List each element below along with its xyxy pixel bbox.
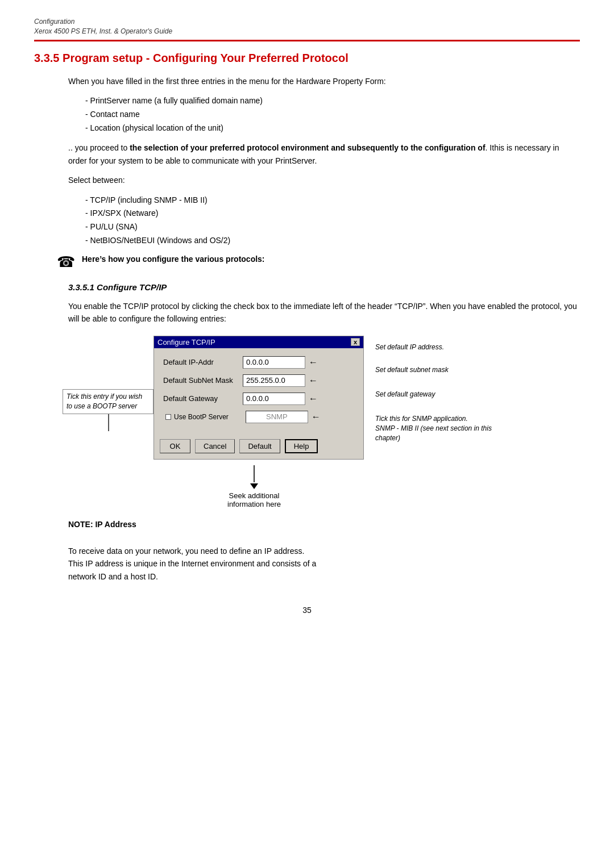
intro-para3-text: Select between: [68, 176, 125, 185]
annot-snmp: Tick this for SNMP application. SNMP - M… [375, 414, 500, 443]
annot-subnet: Set default subnet mask [375, 365, 500, 375]
right-annotations: Set default IP address. Set default subn… [375, 336, 500, 443]
arrow-down-icon [250, 483, 258, 489]
snmp-input[interactable] [246, 411, 308, 423]
intro-para1: When you have filled in the first three … [68, 75, 580, 87]
tcpip-intro: You enable the TCP/IP protocol by clicki… [68, 300, 580, 326]
section-number: 3.3.5 [34, 52, 59, 64]
note-text: Here’s how you configure the various pro… [82, 254, 265, 264]
annot-gateway: Set default gateway [375, 390, 500, 399]
dialog-row-gateway: Default Gateway ← [163, 393, 354, 405]
left-annotation-container: Tick this entry if you wish to use a BOO… [63, 389, 154, 431]
seek-annotation: Seek additional information here [227, 491, 281, 508]
note-icon: ☎ [57, 253, 75, 271]
seek-arrow-container: Seek additional information here [227, 465, 281, 508]
dialog-buttons: OK Cancel Default Help [154, 435, 363, 459]
label-subnet: Default SubNet Mask [163, 376, 243, 385]
bootp-checkbox[interactable] [165, 414, 171, 420]
label-gateway: Default Gateway [163, 394, 243, 403]
bullet-item: - IPX/SPX (Netware) [85, 207, 580, 220]
bootp-label: Use BootP Server [174, 413, 229, 421]
input-subnet[interactable] [243, 374, 305, 387]
header-meta: Configuration Xerox 4500 PS ETH, Inst. &… [34, 17, 580, 36]
diagram-area: Tick this entry if you wish to use a BOO… [68, 336, 580, 460]
page-number: 35 [34, 606, 580, 615]
bullet-item: - PrintServer name (a fully qualified do… [85, 94, 580, 108]
dialog-title: Configure TCP/IP [157, 338, 215, 347]
left-annotation: Tick this entry if you wish to use a BOO… [63, 389, 154, 414]
bullet-list-2: - TCP/IP (including SNMP - MIB II) - IPX… [85, 194, 580, 248]
bullet-item: - NetBIOS/NetBEUI (Windows and OS/2) [85, 234, 580, 248]
tcpip-intro-text: You enable the TCP/IP protocol by clicki… [68, 302, 577, 323]
bullet-item: - PU/LU (SNA) [85, 220, 580, 234]
intro-para3: Select between: [68, 174, 580, 186]
dialog-row-ip: Default IP-Addr ← [163, 356, 354, 369]
arrow-snmp: ← [312, 412, 321, 422]
intro-para2-bold: the selection of your preferred protocol… [130, 143, 485, 152]
bullet-item: - Location (physical location of the uni… [85, 122, 580, 135]
subsection-title: 3.3.5.1 Configure TCP/IP [68, 282, 580, 292]
input-ip-addr[interactable] [243, 356, 305, 369]
section-title: 3.3.5 Program setup - Configuring Your P… [34, 52, 580, 65]
arrow-line-down [254, 465, 255, 482]
arrow-ip: ← [309, 357, 318, 368]
section-title-text: Program setup - Configuring Your Preferr… [63, 52, 349, 64]
cancel-button[interactable]: Cancel [195, 439, 235, 453]
header-line1: Configuration [34, 17, 580, 27]
label-ip-addr: Default IP-Addr [163, 358, 243, 366]
annot-ip: Set default IP address. [375, 343, 500, 352]
bullet-item: - TCP/IP (including SNMP - MIB II) [85, 194, 580, 207]
bootp-snmp-row: Use BootP Server ← [163, 411, 354, 423]
dialog-close-button[interactable]: x [351, 338, 360, 346]
help-button[interactable]: Help [285, 439, 318, 453]
intro-para1-text: When you have filled in the first three … [68, 77, 386, 86]
subsection-title-text: Configure TCP/IP [97, 282, 167, 292]
intro-para2: .. you proceed to the selection of your … [68, 141, 580, 167]
dialog-titlebar: Configure TCP/IP x [154, 336, 363, 348]
dialog-body: Default IP-Addr ← Default SubNet Mask ← … [154, 348, 363, 435]
arrow-subnet: ← [309, 375, 318, 386]
seek-info-area: Seek additional information here [227, 465, 580, 508]
default-button[interactable]: Default [239, 439, 280, 453]
intro-para2-prefix: .. you proceed to [68, 143, 130, 152]
red-divider [34, 40, 580, 41]
note-ip-body: To receive data on your network, you nee… [68, 532, 580, 583]
input-gateway[interactable] [243, 393, 305, 405]
arrow-gateway: ← [309, 394, 318, 404]
bullet-list-1: - PrintServer name (a fully qualified do… [85, 94, 580, 135]
note-ip-body-text: To receive data on your network, you nee… [68, 546, 316, 581]
left-annotation-line [108, 414, 109, 431]
dialog-row-subnet: Default SubNet Mask ← [163, 374, 354, 387]
configure-note-row: ☎ Here’s how you configure the various p… [57, 254, 580, 271]
subsection-number: 3.3.5.1 [68, 282, 94, 292]
header-line2: Xerox 4500 PS ETH, Inst. & Operator's Gu… [34, 27, 580, 36]
note-ip-title: NOTE: IP Address [68, 520, 580, 529]
bullet-item: - Contact name [85, 108, 580, 122]
configure-tcpip-dialog: Configure TCP/IP x Default IP-Addr ← Def… [154, 336, 364, 460]
ok-button[interactable]: OK [160, 439, 190, 453]
